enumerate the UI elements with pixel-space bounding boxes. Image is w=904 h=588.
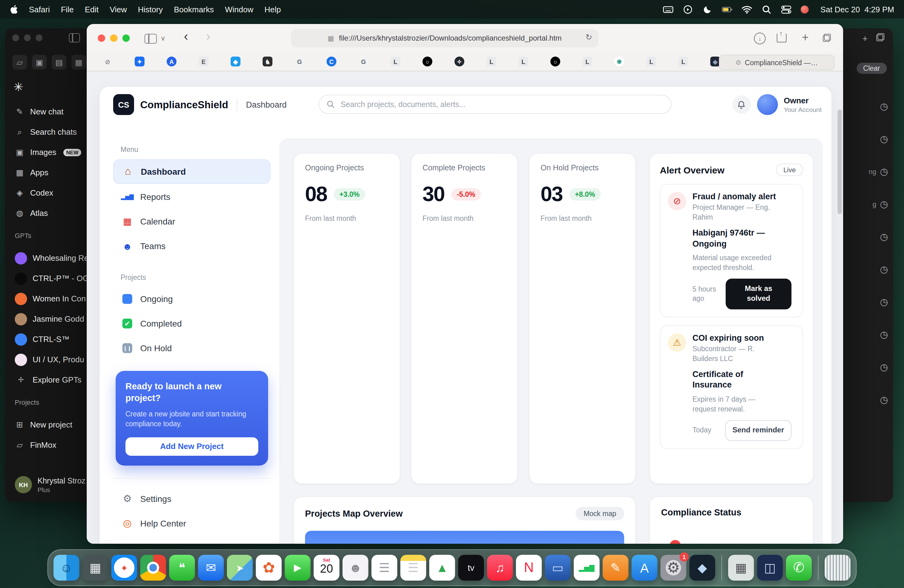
gpt-item-women-in-con[interactable]: Women In Con xyxy=(12,288,91,309)
mail-icon[interactable]: ✉ xyxy=(198,555,224,581)
bookmark-favicon[interactable]: ♞ xyxy=(262,57,272,66)
gpt-item-wholesaling[interactable]: Wholesaling Re xyxy=(12,248,91,268)
clear-button[interactable]: Clear xyxy=(857,63,887,74)
close-window-button[interactable] xyxy=(98,35,105,42)
account-avatar[interactable] xyxy=(757,94,778,115)
display-icon[interactable]: ▭ xyxy=(545,555,571,581)
play-circle-icon[interactable] xyxy=(683,5,693,14)
history-clock-icon[interactable]: ◷ xyxy=(880,361,888,372)
search-input[interactable] xyxy=(340,100,664,109)
new-item-icon[interactable]: + xyxy=(862,33,868,44)
alert-action-button[interactable]: Send reminder xyxy=(725,420,792,441)
bookmark-favicon[interactable]: G xyxy=(359,57,368,66)
account-info[interactable]: Owner Your Account xyxy=(784,96,822,113)
bookmark-favicon[interactable]: L xyxy=(487,57,496,66)
menu-bar-item[interactable]: History xyxy=(138,5,163,14)
map-preview[interactable] xyxy=(305,531,624,544)
finder-icon[interactable]: ☺ xyxy=(54,555,79,581)
photos-icon[interactable]: ✿ xyxy=(256,555,282,581)
bookmark-favicon[interactable]: ✦ xyxy=(135,57,144,66)
back-button[interactable]: ‹ xyxy=(184,30,188,43)
sidebar-item-reports[interactable]: ▂▅▇ Reports xyxy=(113,185,270,209)
music-icon[interactable]: ♫ xyxy=(487,555,513,581)
bookmark-favicon[interactable]: ○ xyxy=(422,57,432,66)
trails-icon[interactable]: ▲ xyxy=(429,555,455,581)
drive-icon[interactable]: ◫ xyxy=(757,555,783,581)
sidebar-item-codex[interactable]: ◈ Codex xyxy=(12,183,91,203)
gpt-item-ui-ux[interactable]: UI / UX, Produ xyxy=(12,349,91,370)
spotlight-search-icon[interactable] xyxy=(761,5,772,14)
menu-bar-item[interactable]: Help xyxy=(264,5,281,14)
control-center-icon[interactable] xyxy=(781,5,792,14)
history-clock-icon[interactable]: ◷ xyxy=(880,394,888,405)
menu-bar-item[interactable]: Bookmarks xyxy=(174,5,214,14)
sidebar-item-new-project[interactable]: ⊞ New project xyxy=(12,414,91,435)
reminders-icon[interactable]: ☰ xyxy=(371,555,397,581)
add-new-project-button[interactable]: Add New Project xyxy=(125,437,258,456)
menu-bar-item[interactable]: Edit xyxy=(85,5,99,14)
sidebar-item-help-center[interactable]: ◎ Help Center xyxy=(113,512,270,535)
gpt-item-jasmine[interactable]: Jasmine Godd xyxy=(12,309,91,329)
sidebar-item-on-hold[interactable]: ❙❙ On Hold xyxy=(113,337,270,360)
news-icon[interactable]: N xyxy=(516,555,542,581)
downloads-icon[interactable]: ↓ xyxy=(754,33,766,44)
sidebar-item-calendar[interactable]: ▦ Calendar xyxy=(113,210,270,233)
bookmark-favicon[interactable]: ✧ xyxy=(454,57,464,66)
share-icon[interactable]: ↑ xyxy=(777,33,787,43)
calendar-icon[interactable]: Sat 20 xyxy=(314,555,340,581)
bookmark-favicon[interactable]: G xyxy=(295,57,304,66)
bookmark-favicon[interactable]: C xyxy=(327,57,337,66)
menu-bar-item[interactable]: File xyxy=(61,5,74,14)
sidebar-item-finmox[interactable]: ▱ FinMox xyxy=(12,435,91,455)
menu-bar-item[interactable]: Safari xyxy=(29,5,50,14)
bookmark-favicon[interactable]: L xyxy=(646,57,656,66)
copy-stack-icon[interactable] xyxy=(876,33,884,41)
alert-action-button[interactable]: Mark as solved xyxy=(725,279,792,309)
bookmark-favicon[interactable]: L xyxy=(678,57,688,66)
bookmark-favicon[interactable]: ⊘ xyxy=(103,57,112,66)
facetime-icon[interactable]: ▶ xyxy=(285,555,311,581)
scrollbar-thumb[interactable] xyxy=(838,109,842,214)
bookmark-favicon[interactable]: L xyxy=(518,57,528,66)
phone-icon[interactable]: ✆ xyxy=(786,555,812,581)
bookmark-favicon[interactable]: ◆ xyxy=(231,57,240,66)
pinned-grid-icon[interactable]: ▦ xyxy=(71,55,86,70)
sidebar-item-search-chats[interactable]: ⌕ Search chats xyxy=(12,122,91,142)
menu-bar-item[interactable]: Window xyxy=(225,5,254,14)
sidebar-item-teams[interactable]: ☻ Teams xyxy=(113,234,270,258)
notes-icon[interactable]: ☰ xyxy=(400,555,426,581)
history-clock-icon[interactable]: ◷ xyxy=(880,231,888,242)
history-clock-icon[interactable]: ◷ xyxy=(880,198,888,209)
dev-cube-icon[interactable]: ◆ xyxy=(689,555,715,581)
history-clock-icon[interactable]: ◷ xyxy=(880,296,888,307)
bookmark-favicon[interactable]: A xyxy=(167,57,177,66)
new-tab-button[interactable]: + xyxy=(802,31,809,44)
stocks-icon[interactable]: ▂▅▇ xyxy=(574,555,600,581)
reload-icon[interactable]: ↻ xyxy=(585,33,592,42)
chevron-down-icon[interactable]: ∨ xyxy=(161,32,166,44)
contacts-icon[interactable]: ☻ xyxy=(343,555,368,581)
menubar-app-icon[interactable] xyxy=(801,5,809,13)
safari-icon[interactable]: ✦ xyxy=(111,555,137,581)
history-clock-icon[interactable]: ◷ xyxy=(880,166,888,177)
global-search[interactable] xyxy=(319,95,672,114)
sidebar-toggle-icon[interactable] xyxy=(69,33,80,43)
sidebar-item-explore-gpts[interactable]: ✢ Explore GPTs xyxy=(12,370,91,390)
messages-icon[interactable]: ❝ xyxy=(169,555,195,581)
sidebar-item-atlas[interactable]: ◍ Atlas xyxy=(12,203,91,223)
sidebar-item-completed[interactable]: ✔ Completed xyxy=(113,312,270,335)
history-clock-icon[interactable]: ◷ xyxy=(880,101,888,112)
sidebar-item-ongoing[interactable]: Ongoing xyxy=(113,287,270,311)
menu-bar-item[interactable]: View xyxy=(110,5,127,14)
account-row[interactable]: KH Khrystal Stroz Plus xyxy=(12,474,91,496)
gpt-item-ctrl-s[interactable]: CTRL-S™ xyxy=(12,329,91,349)
address-bar[interactable]: ▦ file:///Users/khrystalstrozier/Downloa… xyxy=(291,29,598,47)
pinned-notes-icon[interactable]: ▤ xyxy=(52,55,66,70)
pinned-doc-icon[interactable]: ▣ xyxy=(32,55,47,70)
zoom-window-button[interactable] xyxy=(122,35,130,42)
sidebar-item-settings[interactable]: ⚙ Settings xyxy=(113,487,270,511)
minimize-window-button[interactable] xyxy=(110,35,117,42)
history-clock-icon[interactable]: ◷ xyxy=(880,133,888,144)
chrome-icon[interactable] xyxy=(140,555,166,581)
bookmark-favicon[interactable]: ○ xyxy=(550,57,560,66)
